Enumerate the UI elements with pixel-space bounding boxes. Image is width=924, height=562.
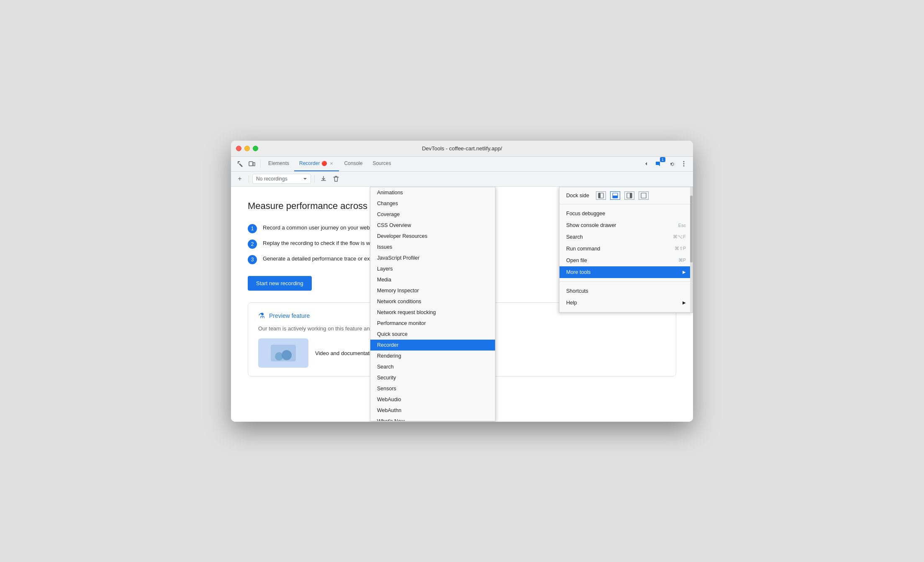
menu-item-whats-new[interactable]: What's New xyxy=(370,416,495,421)
menu-item-performance-monitor[interactable]: Performance monitor xyxy=(370,318,495,329)
menu-item-network-request-blocking[interactable]: Network request blocking xyxy=(370,307,495,318)
start-recording-btn[interactable]: Start new recording xyxy=(248,276,312,291)
notification-btn[interactable]: 1 xyxy=(653,158,665,170)
svg-point-9 xyxy=(282,350,292,360)
svg-rect-2 xyxy=(656,162,660,165)
tab-elements[interactable]: Elements xyxy=(263,156,294,171)
menu-item-webauthn[interactable]: WebAuthn xyxy=(370,405,495,416)
menu-item-rendering[interactable]: Rendering xyxy=(370,351,495,361)
inspect-icon-btn[interactable] xyxy=(234,158,246,170)
menu-item-changes[interactable]: Changes xyxy=(370,198,495,209)
tab-separator-left xyxy=(260,160,261,168)
menu-item-layers[interactable]: Layers xyxy=(370,263,495,274)
close-button[interactable] xyxy=(236,146,241,151)
main-menu-btn[interactable] xyxy=(678,158,690,170)
svg-rect-15 xyxy=(630,193,632,198)
dock-undocked-btn[interactable] xyxy=(639,191,649,200)
tab-recorder[interactable]: Recorder 🔴 ✕ xyxy=(294,156,339,171)
step-number-2: 2 xyxy=(248,240,257,249)
menu-item-search[interactable]: Search xyxy=(370,361,495,372)
menu-item-show-console-drawer[interactable]: Show console drawer Esc xyxy=(560,219,693,231)
svg-marker-3 xyxy=(659,165,660,166)
menu-item-open-file[interactable]: Open file ⌘P xyxy=(560,255,693,266)
preview-thumbnail xyxy=(258,338,308,368)
menu-item-css-overview[interactable]: CSS Overview xyxy=(370,220,495,231)
settings-btn[interactable] xyxy=(665,158,677,170)
dock-side-bottom-btn[interactable] xyxy=(610,191,620,200)
menu-item-more-tools[interactable]: More tools ▶ xyxy=(560,266,693,278)
menu-item-issues[interactable]: Issues xyxy=(370,242,495,253)
overflow-tabs-btn[interactable] xyxy=(640,158,652,170)
menu-item-quick-source[interactable]: Quick source xyxy=(370,329,495,340)
menu-section-1: Focus debuggee Show console drawer Esc S… xyxy=(560,204,693,282)
export-btn[interactable] xyxy=(318,173,329,184)
devtools-tab-bar: Elements Recorder 🔴 ✕ Console Sources 1 xyxy=(231,157,693,172)
tab-recorder-close[interactable]: ✕ xyxy=(329,160,334,167)
maximize-button[interactable] xyxy=(253,146,258,151)
menu-scrollbar-track xyxy=(690,187,693,312)
add-recording-btn[interactable]: + xyxy=(234,173,245,184)
toolbar-sep-1 xyxy=(249,175,249,183)
menu-item-security[interactable]: Security xyxy=(370,372,495,383)
notification-badge: 1 xyxy=(660,157,665,162)
recordings-select[interactable]: No recordings xyxy=(252,174,311,184)
menu-item-webaudio[interactable]: WebAudio xyxy=(370,394,495,405)
preview-title: Preview feature xyxy=(269,312,310,319)
menu-item-animations[interactable]: Animations xyxy=(370,187,495,198)
svg-rect-1 xyxy=(253,162,255,166)
minimize-button[interactable] xyxy=(244,146,250,151)
svg-rect-16 xyxy=(641,193,646,198)
delete-btn[interactable] xyxy=(331,173,341,184)
step-number-3: 3 xyxy=(248,255,257,264)
menu-item-sensors[interactable]: Sensors xyxy=(370,383,495,394)
more-tools-arrow: ▶ xyxy=(683,270,686,274)
dock-side-right-btn[interactable] xyxy=(624,191,634,200)
window-title: DevTools - coffee-cart.netlify.app/ xyxy=(422,145,502,152)
menu-item-focus-debuggee[interactable]: Focus debuggee xyxy=(560,208,693,219)
svg-rect-0 xyxy=(249,162,253,166)
devtools-window: DevTools - coffee-cart.netlify.app/ Elem… xyxy=(231,141,693,422)
menu-item-recorder[interactable]: Recorder xyxy=(370,340,495,351)
more-tools-dropdown[interactable]: Animations Changes Coverage CSS Overview… xyxy=(370,187,495,421)
svg-point-4 xyxy=(683,161,685,162)
content-area: Measure performance across an entire use… xyxy=(231,187,693,422)
devtools-right-icons: 1 xyxy=(640,158,690,170)
menu-scrollbar-thumb[interactable] xyxy=(690,196,693,263)
menu-item-javascript-profiler[interactable]: JavaScript Profiler xyxy=(370,253,495,263)
svg-rect-13 xyxy=(613,196,618,198)
device-toggle-btn[interactable] xyxy=(246,158,258,170)
menu-item-developer-resources[interactable]: Developer Resources xyxy=(370,231,495,242)
toolbar-sep-2 xyxy=(314,175,315,183)
dock-side-label: Dock side xyxy=(566,193,589,199)
svg-rect-11 xyxy=(598,193,601,198)
recorder-toolbar: + No recordings xyxy=(231,172,693,187)
dock-side-left-btn[interactable] xyxy=(596,191,606,200)
title-bar: DevTools - coffee-cart.netlify.app/ xyxy=(231,141,693,157)
menu-item-coverage[interactable]: Coverage xyxy=(370,209,495,220)
svg-point-6 xyxy=(683,165,685,167)
flask-icon: ⚗ xyxy=(258,311,265,320)
step-number-1: 1 xyxy=(248,224,257,233)
svg-point-5 xyxy=(683,163,685,165)
video-doc-label: Video and documentation xyxy=(315,350,377,356)
main-menu-dropdown[interactable]: Dock side xyxy=(559,187,693,313)
help-arrow: ▶ xyxy=(683,300,686,305)
menu-item-media[interactable]: Media xyxy=(370,274,495,285)
menu-item-memory-inspector[interactable]: Memory Inspector xyxy=(370,285,495,296)
tab-console[interactable]: Console xyxy=(339,156,367,171)
tab-sources[interactable]: Sources xyxy=(367,156,396,171)
menu-item-network-conditions[interactable]: Network conditions xyxy=(370,296,495,307)
menu-item-shortcuts[interactable]: Shortcuts xyxy=(560,285,693,297)
dock-side-section: Dock side xyxy=(560,187,693,204)
menu-section-2: Shortcuts Help ▶ xyxy=(560,282,693,312)
traffic-lights xyxy=(236,146,258,151)
menu-item-run-command[interactable]: Run command ⌘⇧P xyxy=(560,243,693,255)
menu-item-help[interactable]: Help ▶ xyxy=(560,297,693,309)
menu-item-search-devtools[interactable]: Search ⌘⌥F xyxy=(560,231,693,243)
